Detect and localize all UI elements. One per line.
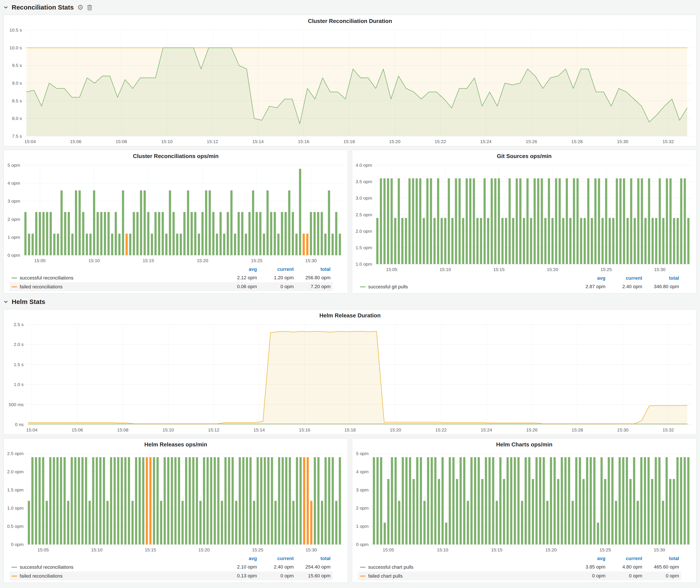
svg-text:15:30: 15:30 (306, 547, 317, 552)
trash-icon[interactable] (87, 4, 92, 11)
section-header-helm-stats[interactable]: Helm Stats (3, 297, 697, 307)
legend-column-avg[interactable]: avg (222, 265, 259, 273)
chevron-down-icon (3, 299, 8, 304)
svg-text:15:20: 15:20 (545, 547, 557, 552)
svg-text:0 opm: 0 opm (11, 542, 24, 547)
legend-stat: 4.80 opm (608, 563, 644, 572)
legend-column-current[interactable]: current (259, 554, 296, 563)
svg-text:3.5 opm: 3.5 opm (356, 179, 372, 184)
svg-text:15:05: 15:05 (386, 267, 397, 272)
chart-helm-release-duration[interactable]: 15:0415:0615:0815:1015:1215:1415:1615:18… (4, 321, 696, 435)
series-name[interactable]: failed reconciliations (20, 284, 63, 289)
legend-column-avg[interactable]: avg (222, 554, 259, 563)
chart-helm-releases-opm[interactable]: 15:0515:1015:1515:2015:2515:300 opm0.5 o… (4, 451, 348, 554)
panel-helm-charts-opm: Helm Charts ops/min 15:0515:1015:1515:20… (352, 438, 697, 583)
legend-cluster-reconciliations: avgcurrenttotalsuccessful reconciliation… (4, 265, 348, 293)
gear-icon[interactable]: ⚙ (77, 4, 84, 11)
svg-text:15:10: 15:10 (161, 139, 173, 144)
svg-text:1.5 s: 1.5 s (14, 362, 24, 367)
legend-column-total[interactable]: total (644, 554, 681, 563)
svg-text:15:22: 15:22 (435, 139, 446, 144)
series-name[interactable]: successful reconciliations (20, 275, 73, 281)
svg-text:15:15: 15:15 (145, 547, 156, 552)
panel-title[interactable]: Helm Charts ops/min (352, 438, 696, 451)
svg-text:15:12: 15:12 (208, 427, 219, 432)
legend-row: successful reconciliations2.10 opm2.40 o… (9, 563, 333, 572)
legend-helm-releases: avgcurrenttotalsuccessful reconciliation… (4, 554, 348, 583)
legend-stat: 2.12 opm (222, 273, 259, 282)
legend-column-current[interactable]: current (608, 274, 644, 282)
section-title[interactable]: Helm Stats (12, 298, 45, 305)
legend-row: failed reconciliations0.06 opm0 opm7.20 … (9, 282, 333, 291)
legend-column-current[interactable]: current (608, 554, 644, 563)
series-name[interactable]: failed reconciliations (20, 573, 63, 579)
panel-title[interactable]: Helm Releases ops/min (4, 438, 348, 451)
legend-helm-charts: avgcurrenttotalsuccessful chart pulls3.8… (352, 554, 696, 583)
svg-text:9.0 s: 9.0 s (12, 81, 22, 86)
chart-cluster-reconciliation-duration[interactable]: 15:0415:0615:0815:1015:1215:1415:1615:18… (4, 27, 696, 146)
svg-text:15:06: 15:06 (72, 427, 83, 432)
svg-text:2.0 opm: 2.0 opm (356, 229, 372, 234)
svg-text:15:10: 15:10 (163, 427, 174, 432)
chart-git-sources-opm[interactable]: 15:0515:1015:1515:2015:2515:301.0 opm1.5… (352, 162, 696, 274)
series-name[interactable]: failed chart pulls (368, 573, 403, 579)
series-name[interactable]: successful reconciliations (20, 564, 73, 570)
svg-text:1.0 opm: 1.0 opm (7, 506, 24, 510)
svg-text:15:28: 15:28 (572, 427, 583, 432)
svg-text:15:22: 15:22 (435, 427, 447, 432)
legend-column-avg[interactable]: avg (571, 274, 608, 282)
panel-cluster-reconciliation-duration: Cluster Reconciliation Duration 15:0415:… (3, 15, 697, 146)
chart-helm-charts-opm[interactable]: 15:0515:1015:1515:2015:2515:300 opm1 opm… (352, 451, 696, 554)
svg-text:4 opm: 4 opm (356, 469, 369, 474)
svg-text:4 opm: 4 opm (8, 181, 20, 186)
legend-column-avg[interactable]: avg (571, 554, 608, 563)
legend-stat: 2.87 opm (571, 282, 608, 291)
panel-title[interactable]: Cluster Reconciliations ops/min (4, 150, 348, 162)
svg-text:1 opm: 1 opm (356, 524, 369, 529)
svg-text:1.0 s: 1.0 s (14, 382, 24, 387)
legend-column-total[interactable]: total (644, 274, 681, 282)
svg-text:2.0 opm: 2.0 opm (7, 469, 24, 474)
svg-text:15:08: 15:08 (116, 139, 127, 144)
svg-text:0 opm: 0 opm (356, 542, 369, 547)
svg-text:15:14: 15:14 (252, 139, 264, 144)
panel-helm-releases-opm: Helm Releases ops/min 15:0515:1015:1515:… (3, 438, 348, 583)
section-title[interactable]: Reconciliation Stats (12, 4, 74, 11)
section-header-reconciliation-stats[interactable]: Reconciliation Stats ⚙ (3, 2, 697, 13)
legend-stat: 0 opm (571, 572, 608, 580)
svg-text:4.0 opm: 4.0 opm (356, 163, 372, 168)
svg-text:15:15: 15:15 (493, 267, 505, 272)
panel-title[interactable]: Helm Release Duration (4, 309, 696, 321)
chart-cluster-reconciliations-opm[interactable]: 15:0515:1015:1515:2015:2515:300 opm1 opm… (4, 162, 348, 265)
svg-text:15:18: 15:18 (344, 139, 355, 144)
svg-text:2 opm: 2 opm (356, 506, 369, 510)
series-name[interactable]: successful git pulls (368, 284, 408, 289)
svg-text:15:06: 15:06 (70, 139, 82, 144)
svg-text:15:20: 15:20 (547, 267, 558, 272)
svg-text:2 opm: 2 opm (8, 217, 20, 222)
legend-column-current[interactable]: current (259, 265, 296, 273)
svg-text:9.5 s: 9.5 s (12, 63, 22, 68)
svg-text:15:10: 15:10 (437, 547, 448, 552)
panel-title[interactable]: Git Sources ops/min (352, 150, 696, 162)
dashboard: Reconciliation Stats ⚙ Cluster Reconcili… (0, 0, 700, 586)
svg-text:15:28: 15:28 (571, 139, 583, 144)
panel-title[interactable]: Cluster Reconciliation Duration (4, 15, 696, 27)
legend-column-total[interactable]: total (296, 265, 333, 273)
svg-text:1.5 opm: 1.5 opm (356, 245, 372, 250)
legend-stat: 2.10 opm (222, 563, 259, 572)
svg-text:15:32: 15:32 (663, 139, 674, 144)
svg-text:15:20: 15:20 (390, 427, 401, 432)
legend-stat: 0 opm (644, 572, 681, 580)
legend-row: successful chart pulls3.85 opm4.80 opm46… (358, 563, 681, 572)
series-name[interactable]: successful chart pulls (368, 564, 413, 570)
series-swatch-icon (11, 576, 17, 577)
legend-column-total[interactable]: total (296, 554, 333, 563)
svg-text:2.5 opm: 2.5 opm (356, 212, 372, 217)
legend-table: avgcurrenttotalsuccessful chart pulls3.8… (358, 554, 681, 580)
svg-text:15:25: 15:25 (600, 267, 612, 272)
legend-stat: 1.20 opm (259, 273, 296, 282)
svg-text:15:30: 15:30 (654, 547, 665, 552)
legend-table: avgcurrenttotalsuccessful reconciliation… (9, 265, 333, 291)
svg-text:7.5 s: 7.5 s (12, 134, 22, 139)
